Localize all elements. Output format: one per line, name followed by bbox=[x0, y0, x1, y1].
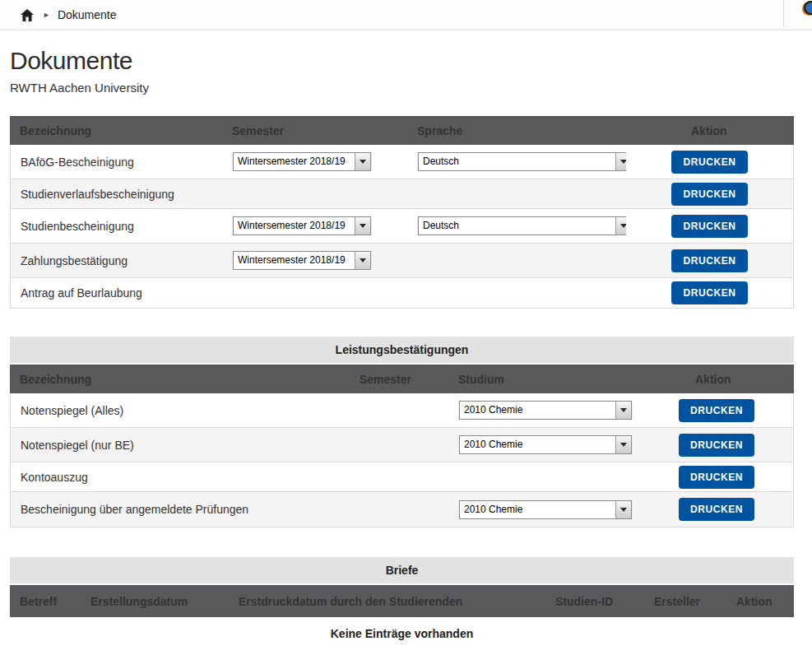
document-name: Zahlungsbestätigung bbox=[11, 254, 223, 267]
document-name: Studienbescheinigung bbox=[11, 220, 223, 233]
table-row: Studienbescheinigung Wintersemester 2018… bbox=[11, 209, 793, 244]
bar-divider bbox=[783, 0, 784, 27]
column-header-bezeichnung: Bezeichnung bbox=[10, 373, 352, 386]
studium-select[interactable]: 2010 Chemie bbox=[459, 401, 632, 420]
studium-select-value: 2010 Chemie bbox=[460, 402, 615, 419]
drucken-button[interactable]: DRUCKEN bbox=[679, 399, 754, 422]
semester-select-value: Wintersemester 2018/19 bbox=[234, 153, 355, 170]
documents-table-body: BAföG-Bescheinigung Wintersemester 2018/… bbox=[10, 145, 794, 309]
drucken-button[interactable]: DRUCKEN bbox=[679, 434, 754, 457]
chevron-down-icon bbox=[355, 153, 370, 170]
document-name: Bescheinigung über angemeldete Prüfungen bbox=[11, 503, 353, 516]
studium-select-value: 2010 Chemie bbox=[460, 436, 615, 453]
language-select[interactable]: Deutsch bbox=[418, 216, 626, 235]
chevron-down-icon bbox=[355, 217, 370, 235]
chevron-down-icon bbox=[615, 501, 631, 518]
document-name: BAföG-Bescheinigung bbox=[11, 156, 223, 169]
column-header-aktion: Aktion bbox=[736, 595, 794, 608]
home-icon-glyph bbox=[21, 9, 34, 21]
chevron-down-icon bbox=[615, 402, 631, 419]
breadcrumb-item-dokumente: Dokumente bbox=[58, 8, 117, 21]
studium-select-value: 2010 Chemie bbox=[460, 501, 615, 518]
column-header-semester: Semester bbox=[352, 373, 421, 386]
language-select[interactable]: Deutsch bbox=[418, 152, 626, 171]
semester-select[interactable]: Wintersemester 2018/19 bbox=[233, 251, 371, 270]
semester-select[interactable]: Wintersemester 2018/19 bbox=[233, 152, 371, 171]
column-header-aktion: Aktion bbox=[639, 373, 794, 386]
chevron-down-icon bbox=[355, 252, 370, 269]
column-header-betreff: Betreff bbox=[20, 595, 90, 608]
chevron-down-icon bbox=[615, 436, 631, 453]
studium-select[interactable]: 2010 Chemie bbox=[459, 435, 632, 454]
breadcrumb-separator-icon: ► bbox=[43, 11, 50, 19]
column-header-studium: Studium bbox=[421, 373, 639, 386]
letters-table-caption: Briefe bbox=[10, 557, 794, 585]
semester-select-value: Wintersemester 2018/19 bbox=[234, 252, 355, 269]
document-name: Antrag auf Beurlaubung bbox=[11, 286, 223, 300]
chevron-down-icon bbox=[615, 153, 626, 170]
letters-table: Briefe Betreff Erstellungsdatum Erstdruc… bbox=[10, 557, 794, 652]
document-name: Studienverlaufsbescheinigung bbox=[11, 188, 223, 201]
table-row: Antrag auf Beurlaubung DRUCKEN bbox=[11, 278, 793, 308]
performance-table: Leistungsbestätigungen Bezeichnung Semes… bbox=[10, 337, 794, 527]
home-icon[interactable] bbox=[21, 9, 34, 21]
table-row: Kontoauszug DRUCKEN bbox=[11, 462, 793, 492]
column-header-sprache: Sprache bbox=[407, 124, 625, 137]
drucken-button[interactable]: DRUCKEN bbox=[671, 281, 747, 304]
table-row: Studienverlaufsbescheinigung DRUCKEN bbox=[11, 179, 793, 209]
breadcrumb: ► Dokumente bbox=[0, 0, 812, 30]
column-header-erstdruckdatum: Erstdruckdatum durch den Studierenden bbox=[239, 595, 555, 608]
table-row: Notenspiegel (nur BE) 2010 Chemie DRUCKE… bbox=[11, 428, 793, 462]
performance-table-caption: Leistungsbestätigungen bbox=[10, 337, 794, 365]
page-title: Dokumente bbox=[10, 47, 794, 75]
document-name: Notenspiegel (nur BE) bbox=[11, 439, 353, 452]
drucken-button[interactable]: DRUCKEN bbox=[679, 498, 754, 521]
language-select-value: Deutsch bbox=[419, 217, 615, 235]
studium-select[interactable]: 2010 Chemie bbox=[459, 500, 632, 519]
drucken-button[interactable]: DRUCKEN bbox=[671, 151, 747, 174]
performance-table-header: Bezeichnung Semester Studium Aktion bbox=[10, 365, 794, 393]
letters-table-header: Betreff Erstellungsdatum Erstdruckdatum … bbox=[10, 585, 794, 617]
performance-table-body: Notenspiegel (Alles) 2010 Chemie DRUCKEN… bbox=[10, 393, 794, 527]
document-name: Kontoauszug bbox=[11, 471, 353, 484]
empty-table-message: Keine Einträge vorhanden bbox=[10, 617, 794, 652]
column-header-erstellungsdatum: Erstellungsdatum bbox=[90, 595, 239, 608]
column-header-studien-id: Studien-ID bbox=[555, 595, 654, 608]
language-select-value: Deutsch bbox=[419, 153, 615, 170]
drucken-button[interactable]: DRUCKEN bbox=[671, 183, 747, 206]
drucken-button[interactable]: DRUCKEN bbox=[671, 249, 747, 272]
semester-select-value: Wintersemester 2018/19 bbox=[234, 217, 355, 235]
drucken-button[interactable]: DRUCKEN bbox=[671, 215, 747, 238]
document-name: Notenspiegel (Alles) bbox=[11, 404, 353, 417]
table-row: BAföG-Bescheinigung Wintersemester 2018/… bbox=[11, 145, 793, 179]
column-header-semester: Semester bbox=[222, 124, 407, 137]
chevron-down-icon bbox=[615, 217, 626, 235]
corner-app-icon[interactable] bbox=[804, 1, 812, 15]
table-row: Notenspiegel (Alles) 2010 Chemie DRUCKEN bbox=[11, 393, 793, 428]
column-header-aktion: Aktion bbox=[625, 124, 794, 137]
page-subtitle: RWTH Aachen University bbox=[10, 81, 794, 95]
documents-table: Bezeichnung Semester Sprache Aktion BAfö… bbox=[10, 116, 794, 309]
page-content: Dokumente RWTH Aachen University Bezeich… bbox=[0, 30, 812, 652]
drucken-button[interactable]: DRUCKEN bbox=[679, 466, 754, 489]
table-row: Bescheinigung über angemeldete Prüfungen… bbox=[11, 492, 793, 527]
column-header-ersteller: Ersteller bbox=[654, 595, 736, 608]
column-header-bezeichnung: Bezeichnung bbox=[10, 124, 222, 137]
documents-table-header: Bezeichnung Semester Sprache Aktion bbox=[10, 116, 794, 145]
semester-select[interactable]: Wintersemester 2018/19 bbox=[233, 216, 371, 235]
table-row: Zahlungsbestätigung Wintersemester 2018/… bbox=[11, 244, 793, 278]
